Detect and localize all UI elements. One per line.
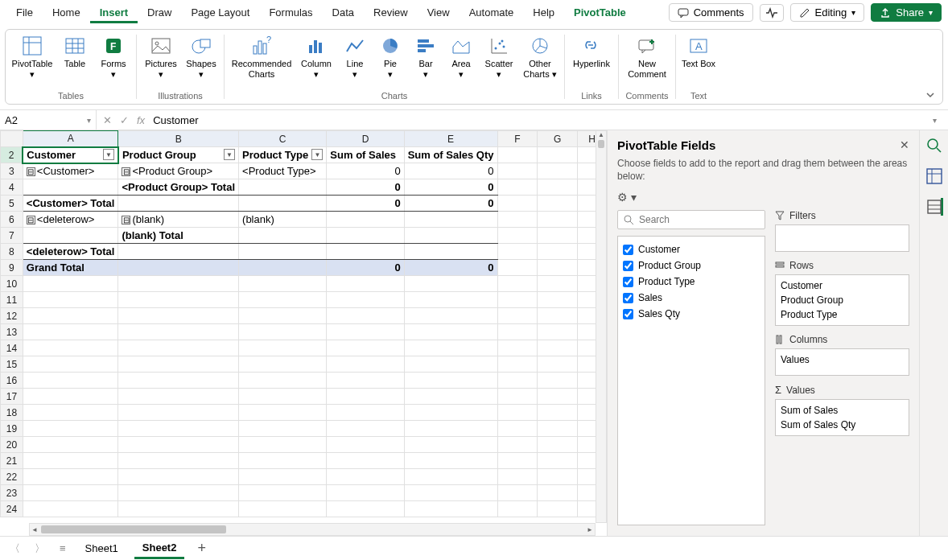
column-field[interactable]: Values xyxy=(781,352,904,367)
cell[interactable] xyxy=(239,437,327,453)
checkbox[interactable] xyxy=(623,277,633,287)
row-header-2[interactable]: 2 xyxy=(1,147,23,163)
checkbox[interactable] xyxy=(623,309,633,319)
cell[interactable] xyxy=(497,179,538,196)
horizontal-scrollbar[interactable]: ◄► xyxy=(29,523,596,536)
cell[interactable] xyxy=(538,147,578,163)
cell[interactable] xyxy=(497,389,538,405)
forms-button[interactable]: FForms▾ xyxy=(96,33,131,80)
tab-automate[interactable]: Automate xyxy=(460,2,524,23)
cell[interactable] xyxy=(538,196,578,212)
cell[interactable] xyxy=(538,179,578,196)
row-header-13[interactable]: 13 xyxy=(1,324,23,340)
other-charts-button[interactable]: Other Charts ▾ xyxy=(521,33,559,80)
cell[interactable] xyxy=(497,228,538,244)
cell[interactable] xyxy=(538,244,578,260)
filter-dropdown-icon[interactable]: ▼ xyxy=(224,149,235,160)
pie-chart-button[interactable]: Pie▾ xyxy=(374,33,406,80)
cell[interactable] xyxy=(538,228,578,244)
cell[interactable] xyxy=(538,308,578,324)
filter-dropdown-icon[interactable]: ▼ xyxy=(103,149,114,160)
row-header-18[interactable]: 18 xyxy=(1,405,23,421)
row-header-19[interactable]: 19 xyxy=(1,421,23,437)
enter-icon[interactable]: ✓ xyxy=(120,114,129,126)
vertical-scrollbar[interactable]: ▲ xyxy=(596,130,607,523)
cell-a8[interactable]: <deleterow> Total xyxy=(23,244,118,260)
cell[interactable] xyxy=(538,421,578,437)
row-header-9[interactable]: 9 xyxy=(1,260,23,276)
cell[interactable] xyxy=(23,340,118,356)
cell-d7[interactable] xyxy=(327,228,404,244)
cell[interactable] xyxy=(497,453,538,469)
cell[interactable] xyxy=(404,276,497,292)
cell-e2[interactable]: Sum of Sales Qty xyxy=(404,147,497,163)
cell[interactable] xyxy=(239,356,327,373)
cell[interactable] xyxy=(538,356,578,373)
row-header-3[interactable]: 3 xyxy=(1,163,23,179)
cell-c3[interactable]: <Product Type> xyxy=(239,163,327,179)
tab-page-layout[interactable]: Page Layout xyxy=(181,2,259,23)
cell-c6[interactable]: (blank) xyxy=(239,212,327,228)
row-header-12[interactable]: 12 xyxy=(1,308,23,324)
cell[interactable] xyxy=(118,292,239,308)
cell[interactable] xyxy=(23,389,118,405)
cell[interactable] xyxy=(23,405,118,421)
rows-dropzone[interactable]: Customer Product Group Product Type xyxy=(775,274,909,326)
checkbox[interactable] xyxy=(623,293,633,303)
value-field[interactable]: Sum of Sales Qty xyxy=(781,418,904,432)
col-header-g[interactable]: G xyxy=(538,131,578,147)
pivottable-button[interactable]: PivotTable▾ xyxy=(10,33,54,80)
table-button[interactable]: Table xyxy=(57,33,93,80)
cell-b3[interactable]: ⊟<Product Group> xyxy=(118,163,239,179)
cell[interactable] xyxy=(538,276,578,292)
cell-e3[interactable]: 0 xyxy=(404,163,497,179)
new-comment-button[interactable]: New Comment xyxy=(624,33,670,80)
col-header-f[interactable]: F xyxy=(497,131,538,147)
cell[interactable] xyxy=(118,485,239,501)
col-header-b[interactable]: B xyxy=(118,131,239,147)
cell-e6[interactable] xyxy=(404,212,497,228)
comments-button[interactable]: Comments xyxy=(669,3,753,22)
cell[interactable] xyxy=(497,421,538,437)
cell[interactable] xyxy=(118,356,239,373)
tab-data[interactable]: Data xyxy=(323,2,364,23)
collapse-icon[interactable]: ⊟ xyxy=(122,167,130,176)
cell-a5[interactable]: <Customer> Total xyxy=(23,196,118,212)
row-field[interactable]: Product Type xyxy=(781,307,904,322)
cell-c8[interactable] xyxy=(239,244,327,260)
cell[interactable] xyxy=(239,276,327,292)
field-customer[interactable]: Customer xyxy=(621,241,761,257)
cell[interactable] xyxy=(239,292,327,308)
row-header-14[interactable]: 14 xyxy=(1,340,23,356)
cell[interactable] xyxy=(23,373,118,389)
catchup-button[interactable] xyxy=(760,4,784,22)
cell-a9[interactable]: Grand Total xyxy=(23,260,118,276)
scatter-chart-button[interactable]: Scatter▾ xyxy=(480,33,517,80)
row-header-11[interactable]: 11 xyxy=(1,292,23,308)
cell[interactable] xyxy=(327,356,404,373)
spreadsheet-grid[interactable]: A B C D E F G H 2 Customer▼ Product Grou… xyxy=(0,130,607,536)
cell[interactable] xyxy=(118,501,239,517)
cell-a3[interactable]: ⊟<Customer> xyxy=(23,163,118,179)
share-button[interactable]: Share ▾ xyxy=(871,3,942,22)
cell-d4[interactable]: 0 xyxy=(327,179,404,196)
cell[interactable] xyxy=(497,469,538,485)
row-header-8[interactable]: 8 xyxy=(1,244,23,260)
cell[interactable] xyxy=(538,485,578,501)
search-input[interactable] xyxy=(639,214,760,225)
cancel-icon[interactable]: ✕ xyxy=(103,114,112,126)
cell[interactable] xyxy=(23,292,118,308)
cell[interactable] xyxy=(404,437,497,453)
cell[interactable] xyxy=(404,485,497,501)
cell[interactable] xyxy=(538,163,578,179)
tab-pivottable[interactable]: PivotTable xyxy=(564,2,636,23)
ribbon-collapse[interactable] xyxy=(925,89,936,101)
row-field[interactable]: Product Group xyxy=(781,293,904,307)
cell[interactable] xyxy=(239,373,327,389)
col-header-e[interactable]: E xyxy=(404,131,497,147)
cell[interactable] xyxy=(538,212,578,228)
cell[interactable] xyxy=(327,453,404,469)
value-field[interactable]: Sum of Sales xyxy=(781,403,904,418)
cell[interactable] xyxy=(404,292,497,308)
tab-home[interactable]: Home xyxy=(43,2,90,23)
